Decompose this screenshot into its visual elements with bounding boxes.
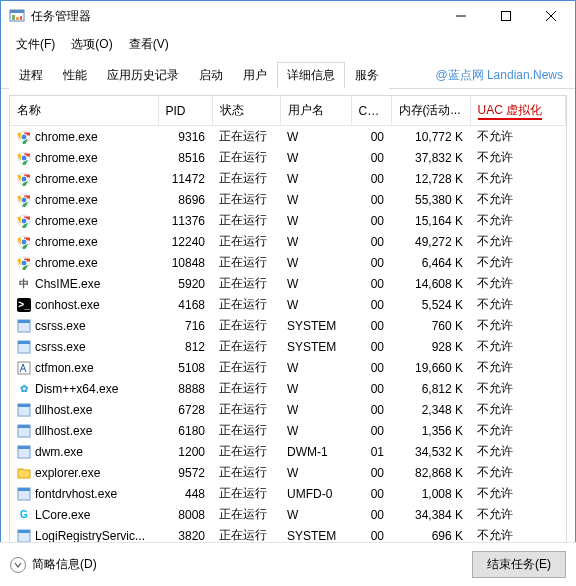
cell-mem: 49,272 K (391, 231, 470, 252)
ime-icon: 中 (17, 277, 31, 291)
cell-uac: 不允许 (470, 294, 566, 315)
cell-cpu: 01 (351, 441, 391, 462)
process-name: chrome.exe (35, 256, 98, 270)
process-row[interactable]: explorer.exe9572正在运行W0082,868 K不允许 (10, 462, 566, 483)
process-row[interactable]: csrss.exe812正在运行SYSTEM00928 K不允许 (10, 336, 566, 357)
cell-uac: 不允许 (470, 483, 566, 504)
cell-cpu: 00 (351, 399, 391, 420)
cell-status: 正在运行 (212, 336, 280, 357)
cell-mem: 82,868 K (391, 462, 470, 483)
generic-icon (17, 487, 31, 501)
watermark: @蓝点网 Landian.News (435, 67, 567, 84)
generic-icon (17, 529, 31, 543)
process-name: chrome.exe (35, 130, 98, 144)
col-status[interactable]: 状态 (212, 96, 280, 126)
process-name: chrome.exe (35, 193, 98, 207)
chrome-icon (17, 193, 31, 207)
cell-mem: 19,660 K (391, 357, 470, 378)
tab-1[interactable]: 性能 (53, 62, 97, 89)
cell-pid: 448 (158, 483, 212, 504)
menu-file[interactable]: 文件(F) (9, 33, 62, 56)
svg-rect-44 (18, 530, 30, 533)
col-name[interactable]: 名称 (10, 96, 158, 126)
cell-user: SYSTEM (280, 336, 351, 357)
process-row[interactable]: ✿Dism++x64.exe8888正在运行W006,812 K不允许 (10, 378, 566, 399)
process-row[interactable]: fontdrvhost.exe448正在运行UMFD-0001,008 K不允许 (10, 483, 566, 504)
tab-3[interactable]: 启动 (189, 62, 233, 89)
process-row[interactable]: 中ChsIME.exe5920正在运行W0014,608 K不允许 (10, 273, 566, 294)
cell-uac: 不允许 (470, 147, 566, 168)
cell-pid: 9316 (158, 126, 212, 148)
process-table: 名称 PID 状态 用户名 CPU 内存(活动... UAC 虚拟化 chrom… (10, 96, 566, 546)
process-row[interactable]: chrome.exe8516正在运行W0037,832 K不允许 (10, 147, 566, 168)
maximize-button[interactable] (483, 2, 528, 30)
svg-point-29 (21, 260, 27, 266)
generic-icon (17, 340, 31, 354)
cell-pid: 8696 (158, 189, 212, 210)
cell-user: W (280, 399, 351, 420)
col-user[interactable]: 用户名 (280, 96, 351, 126)
svg-point-26 (21, 239, 27, 245)
cell-user: W (280, 168, 351, 189)
cell-pid: 5108 (158, 357, 212, 378)
cell-user: W (280, 357, 351, 378)
process-row[interactable]: chrome.exe10848正在运行W006,464 K不允许 (10, 252, 566, 273)
tab-0[interactable]: 进程 (9, 62, 53, 89)
titlebar: 任务管理器 (1, 1, 575, 31)
close-button[interactable] (528, 2, 573, 30)
process-row[interactable]: chrome.exe11472正在运行W0012,728 K不允许 (10, 168, 566, 189)
col-uac[interactable]: UAC 虚拟化 (470, 96, 566, 126)
cell-status: 正在运行 (212, 504, 280, 525)
tab-6[interactable]: 服务 (345, 62, 389, 89)
process-row[interactable]: csrss.exe716正在运行SYSTEM00760 K不允许 (10, 315, 566, 336)
col-memory[interactable]: 内存(活动... (391, 96, 470, 126)
col-cpu[interactable]: CPU (351, 96, 391, 126)
process-name: fontdrvhost.exe (35, 487, 117, 501)
cell-cpu: 00 (351, 420, 391, 441)
process-name: csrss.exe (35, 340, 86, 354)
process-name: chrome.exe (35, 214, 98, 228)
cell-status: 正在运行 (212, 420, 280, 441)
lcore-icon: G (17, 508, 31, 522)
generic-icon (17, 319, 31, 333)
cell-pid: 8888 (158, 378, 212, 399)
minimize-button[interactable] (438, 2, 483, 30)
process-name: dllhost.exe (35, 403, 92, 417)
process-row[interactable]: dllhost.exe6728正在运行W002,348 K不允许 (10, 399, 566, 420)
process-row[interactable]: chrome.exe12240正在运行W0049,272 K不允许 (10, 231, 566, 252)
svg-point-20 (21, 197, 27, 203)
process-row[interactable]: chrome.exe8696正在运行W0055,380 K不允许 (10, 189, 566, 210)
svg-point-14 (21, 155, 27, 161)
menu-options[interactable]: 选项(O) (64, 33, 119, 56)
tab-2[interactable]: 应用历史记录 (97, 62, 189, 89)
process-row[interactable]: GLCore.exe8008正在运行W0034,384 K不允许 (10, 504, 566, 525)
cell-cpu: 00 (351, 294, 391, 315)
process-row[interactable]: ctfmon.exe5108正在运行W0019,660 K不允许 (10, 357, 566, 378)
process-name: chrome.exe (35, 235, 98, 249)
process-row[interactable]: dwm.exe1200正在运行DWM-10134,532 K不允许 (10, 441, 566, 462)
cell-user: SYSTEM (280, 315, 351, 336)
cell-pid: 10848 (158, 252, 212, 273)
cell-status: 正在运行 (212, 147, 280, 168)
cell-cpu: 00 (351, 504, 391, 525)
footer: 简略信息(D) 结束任务(E) (0, 542, 576, 586)
col-pid[interactable]: PID (158, 96, 212, 126)
cell-mem: 1,008 K (391, 483, 470, 504)
cell-cpu: 00 (351, 357, 391, 378)
cell-mem: 12,728 K (391, 168, 470, 189)
end-task-button[interactable]: 结束任务(E) (472, 551, 566, 578)
dism-icon: ✿ (17, 382, 31, 396)
explorer-icon (17, 466, 31, 480)
tab-4[interactable]: 用户 (233, 62, 277, 89)
process-row[interactable]: chrome.exe9316正在运行W0010,772 K不允许 (10, 126, 566, 148)
brief-info-toggle[interactable]: 简略信息(D) (10, 556, 97, 573)
process-row[interactable]: chrome.exe11376正在运行W0015,164 K不允许 (10, 210, 566, 231)
tab-5[interactable]: 详细信息 (277, 62, 345, 89)
menu-view[interactable]: 查看(V) (122, 33, 176, 56)
brief-label: 简略信息(D) (32, 556, 97, 573)
cell-uac: 不允许 (470, 273, 566, 294)
svg-rect-1 (10, 10, 24, 13)
process-row[interactable]: >_conhost.exe4168正在运行W005,524 K不允许 (10, 294, 566, 315)
cell-uac: 不允许 (470, 189, 566, 210)
process-row[interactable]: dllhost.exe6180正在运行W001,356 K不允许 (10, 420, 566, 441)
